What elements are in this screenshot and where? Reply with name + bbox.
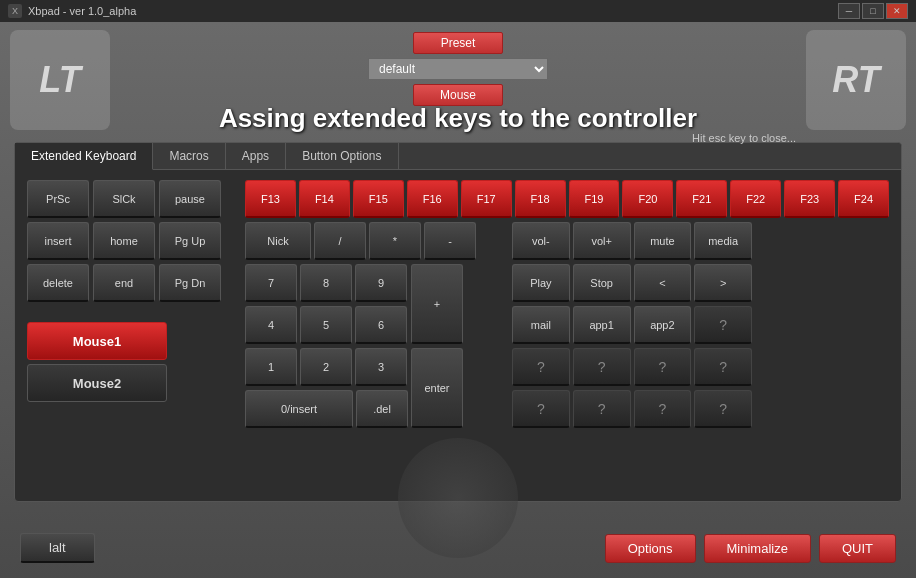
key-num2[interactable]: 2 [300,348,352,386]
mouse1-button[interactable]: Mouse1 [27,322,167,360]
key-f19[interactable]: F19 [569,180,620,218]
quit-button[interactable]: QUIT [819,534,896,563]
key-nick[interactable]: Nick [245,222,311,260]
key-numslash[interactable]: / [314,222,366,260]
key-q4d[interactable]: ? [694,348,752,386]
key-next[interactable]: > [694,264,752,302]
numpad-mid: 7 8 9 4 5 6 1 [245,264,476,428]
key-play[interactable]: Play [512,264,570,302]
key-pgup[interactable]: Pg Up [159,222,221,260]
key-f24[interactable]: F24 [838,180,889,218]
preset-select[interactable]: default [368,58,548,80]
key-q5c[interactable]: ? [634,390,692,428]
key-vol-minus[interactable]: vol- [512,222,570,260]
key-media[interactable]: media [694,222,752,260]
top-section: LT RT Preset default Mouse Assing extend… [0,22,916,142]
app-icon: X [8,4,22,18]
key-pause[interactable]: pause [159,180,221,218]
key-num1[interactable]: 1 [245,348,297,386]
key-slck[interactable]: SlCk [93,180,155,218]
main-area: LT RT Preset default Mouse Assing extend… [0,22,916,578]
preset-button[interactable]: Preset [413,32,503,54]
close-window-button[interactable]: ✕ [886,3,908,19]
key-q4b[interactable]: ? [573,348,631,386]
key-q3[interactable]: ? [694,306,752,344]
left-row-3: delete end Pg Dn [27,264,237,302]
key-app2[interactable]: app2 [634,306,692,344]
key-num0[interactable]: 0/insert [245,390,353,428]
key-q5d[interactable]: ? [694,390,752,428]
bottom-bar: lalt Options Minimalize QUIT [0,518,916,578]
app-title: Xbpad - ver 1.0_alpha [28,5,136,17]
key-q4c[interactable]: ? [634,348,692,386]
tab-button-options[interactable]: Button Options [286,143,398,169]
key-num5[interactable]: 5 [300,306,352,344]
mouse2-row: Mouse2 [27,364,237,402]
fkeys-row: F13 F14 F15 F16 F17 F18 F19 F20 F21 F22 … [245,180,889,218]
key-num6[interactable]: 6 [355,306,407,344]
key-f17[interactable]: F17 [461,180,512,218]
key-f21[interactable]: F21 [676,180,727,218]
key-mail[interactable]: mail [512,306,570,344]
key-f15[interactable]: F15 [353,180,404,218]
media-row-1: vol- vol+ mute media [512,222,752,260]
key-app1[interactable]: app1 [573,306,631,344]
key-q5b[interactable]: ? [573,390,631,428]
key-num9[interactable]: 9 [355,264,407,302]
key-insert[interactable]: insert [27,222,89,260]
maximize-window-button[interactable]: □ [862,3,884,19]
title-bar-left: X Xbpad - ver 1.0_alpha [8,4,136,18]
key-q4a[interactable]: ? [512,348,570,386]
key-numdel[interactable]: .del [356,390,408,428]
tab-extended-keyboard[interactable]: Extended Keyboard [15,143,153,170]
key-numminus[interactable]: - [424,222,476,260]
key-delete[interactable]: delete [27,264,89,302]
tab-macros[interactable]: Macros [153,143,225,169]
numpad-left-nums: 7 8 9 4 5 6 1 [245,264,408,428]
middle-section: Nick / * - 7 8 9 [245,222,889,486]
tab-apps[interactable]: Apps [226,143,286,169]
key-prsc[interactable]: PrSc [27,180,89,218]
key-numenter[interactable]: enter [411,348,463,428]
title-bar-controls: ─ □ ✕ [838,3,908,19]
numpad-row-5: 0/insert .del [245,390,408,428]
key-f22[interactable]: F22 [730,180,781,218]
key-home[interactable]: home [93,222,155,260]
media-row-5: ? ? ? ? [512,390,752,428]
key-stop[interactable]: Stop [573,264,631,302]
media-row-3: mail app1 app2 ? [512,306,752,344]
lalt-button[interactable]: lalt [20,533,95,563]
media-row-2: Play Stop < > [512,264,752,302]
esc-hint: Hit esc key to close... [692,132,796,144]
numpad-right-tall: + enter [411,264,463,428]
key-f18[interactable]: F18 [515,180,566,218]
key-pgdn[interactable]: Pg Dn [159,264,221,302]
right-section: F13 F14 F15 F16 F17 F18 F19 F20 F21 F22 … [245,180,889,486]
key-numplus[interactable]: + [411,264,463,344]
title-bar: X Xbpad - ver 1.0_alpha ─ □ ✕ [0,0,916,22]
numpad-row-4: 1 2 3 [245,348,408,386]
bottom-right-buttons: Options Minimalize QUIT [605,534,896,563]
key-f20[interactable]: F20 [622,180,673,218]
key-vol-plus[interactable]: vol+ [573,222,631,260]
key-num4[interactable]: 4 [245,306,297,344]
main-title: Assing extended keys to the controller [0,103,916,134]
key-end[interactable]: end [93,264,155,302]
key-q5a[interactable]: ? [512,390,570,428]
mouse2-button[interactable]: Mouse2 [27,364,167,402]
key-num8[interactable]: 8 [300,264,352,302]
minimize-window-button[interactable]: ─ [838,3,860,19]
key-f16[interactable]: F16 [407,180,458,218]
options-button[interactable]: Options [605,534,696,563]
left-section: PrSc SlCk pause insert home Pg Up delete… [27,180,237,486]
key-mute[interactable]: mute [634,222,692,260]
key-numstar[interactable]: * [369,222,421,260]
key-f14[interactable]: F14 [299,180,350,218]
key-prev[interactable]: < [634,264,692,302]
key-f13[interactable]: F13 [245,180,296,218]
key-num3[interactable]: 3 [355,348,407,386]
key-num7[interactable]: 7 [245,264,297,302]
minimalize-button[interactable]: Minimalize [704,534,811,563]
numpad-row-2: 7 8 9 [245,264,408,302]
key-f23[interactable]: F23 [784,180,835,218]
